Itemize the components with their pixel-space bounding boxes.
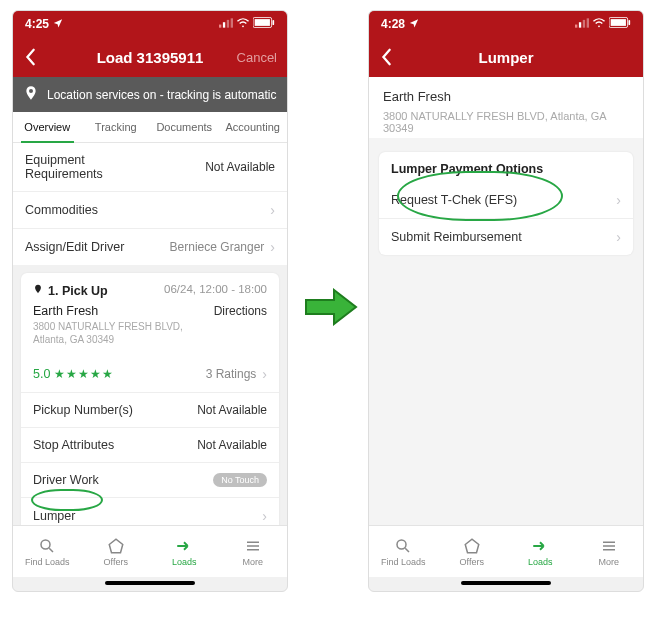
lumper-header: Earth Fresh 3800 NATURALLY FRESH BLVD, A… [369,77,643,138]
svg-rect-6 [255,19,270,26]
row-lumper[interactable]: Lumper › [21,498,279,525]
driver-work-label: Driver Work [33,473,99,487]
phone-left: 4:25 Load 31395911 [12,10,288,592]
request-tchek-label: Request T-Chek (EFS) [391,193,517,207]
ratings-count: 3 Ratings [206,367,257,381]
row-submit-reimbursement[interactable]: Submit Reimbursement › [379,219,633,255]
tab-documents[interactable]: Documents [150,112,219,142]
tab-loads-label: Loads [172,557,197,567]
tab-find-loads[interactable]: Find Loads [13,526,82,577]
chevron-right-icon: › [262,366,267,382]
battery-icon [609,17,631,31]
pickup-numbers-label: Pickup Number(s) [33,403,133,417]
svg-rect-16 [628,20,630,25]
pickup-title: 1. Pick Up [48,284,108,298]
driver-value: Berniece Granger [170,240,265,254]
chevron-right-icon: › [270,239,275,255]
tab-loads-label: Loads [528,557,553,567]
status-bar: 4:28 [369,11,643,37]
signal-icon [219,17,233,31]
status-time: 4:28 [381,17,405,31]
row-pickup-numbers: Pickup Number(s) Not Available [21,393,279,428]
tab-overview[interactable]: Overview [13,112,82,142]
svg-rect-1 [223,22,225,27]
banner-text: Location services on - tracking is autom… [47,88,276,102]
chevron-right-icon: › [270,202,275,218]
cancel-button[interactable]: Cancel [237,50,277,65]
transition-arrow-icon [304,288,358,326]
status-time: 4:25 [25,17,49,31]
tab-find-loads-label: Find Loads [381,557,426,567]
svg-point-13 [598,25,600,27]
tab-more[interactable]: More [219,526,288,577]
location-address: 3800 NATURALLY FRESH BLVD, Atlanta, GA 3… [383,110,629,134]
svg-point-8 [41,540,50,549]
equipment-label: Equipment Requirements [25,153,135,181]
assign-driver-label: Assign/Edit Driver [25,240,124,254]
equipment-value: Not Available [205,160,275,174]
tab-more[interactable]: More [575,526,644,577]
lumper-label: Lumper [33,509,75,523]
wifi-icon [592,17,606,31]
status-bar: 4:25 [13,11,287,37]
chevron-right-icon: › [616,192,621,208]
pickup-numbers-value: Not Available [197,403,267,417]
tab-more-label: More [242,557,263,567]
pickup-card: 1. Pick Up 06/24, 12:00 - 18:00 Directio… [21,273,279,525]
tab-accounting[interactable]: Accounting [219,112,288,142]
tab-offers[interactable]: Offers [82,526,151,577]
nav-bar: Load 31395911 Cancel [13,37,287,77]
svg-rect-3 [231,18,233,27]
row-commodities[interactable]: Commodities › [13,192,287,229]
lumper-card-title: Lumper Payment Options [379,152,633,182]
svg-rect-15 [611,19,626,26]
pin-icon [33,283,43,298]
row-rating[interactable]: 5.0 ★★★★★ 3 Ratings› [21,356,279,393]
location-banner: Location services on - tracking is autom… [13,77,287,112]
phone-right: 4:28 Lumper [368,10,644,592]
svg-rect-0 [219,25,221,28]
pickup-address-2: Atlanta, GA 30349 [33,333,267,346]
location-pin-icon [23,85,39,104]
location-arrow-icon [409,17,419,31]
directions-link[interactable]: Directions [214,304,267,318]
rating-value: 5.0 [33,367,50,381]
row-request-tchek[interactable]: Request T-Chek (EFS) › [379,182,633,219]
tab-more-label: More [598,557,619,567]
tab-offers[interactable]: Offers [438,526,507,577]
tab-tracking[interactable]: Tracking [82,112,151,142]
chevron-right-icon: › [262,508,267,524]
bottom-tab-bar: Find Loads Offers Loads More [13,525,287,577]
home-indicator [461,581,551,585]
back-button[interactable] [13,48,49,66]
svg-rect-2 [227,20,229,28]
tab-loads[interactable]: Loads [150,526,219,577]
bottom-tab-bar: Find Loads Offers Loads More [369,525,643,577]
pickup-address-1: 3800 NATURALLY FRESH BLVD, [33,320,267,333]
svg-point-4 [242,25,244,27]
location-arrow-icon [53,17,63,31]
svg-rect-9 [575,25,577,28]
pickup-time: 06/24, 12:00 - 18:00 [164,283,267,298]
row-stop-attrs: Stop Attributes Not Available [21,428,279,463]
svg-rect-10 [579,22,581,27]
star-icons: ★★★★★ [54,367,114,381]
battery-icon [253,17,275,31]
svg-rect-12 [587,18,589,27]
tab-loads[interactable]: Loads [506,526,575,577]
back-button[interactable] [369,48,405,66]
content-area: Equipment Requirements Not Available Com… [13,143,287,525]
row-assign-driver[interactable]: Assign/Edit Driver Berniece Granger› [13,229,287,265]
svg-point-17 [397,540,406,549]
chevron-right-icon: › [616,229,621,245]
page-title: Lumper [369,49,643,66]
tab-find-loads[interactable]: Find Loads [369,526,438,577]
location-name: Earth Fresh [383,89,629,104]
lumper-options-card: Lumper Payment Options Request T-Chek (E… [379,152,633,255]
svg-rect-7 [272,20,274,25]
wifi-icon [236,17,250,31]
row-equipment: Equipment Requirements Not Available [13,143,287,192]
commodities-label: Commodities [25,203,98,217]
svg-rect-11 [583,20,585,28]
stop-attrs-value: Not Available [197,438,267,452]
